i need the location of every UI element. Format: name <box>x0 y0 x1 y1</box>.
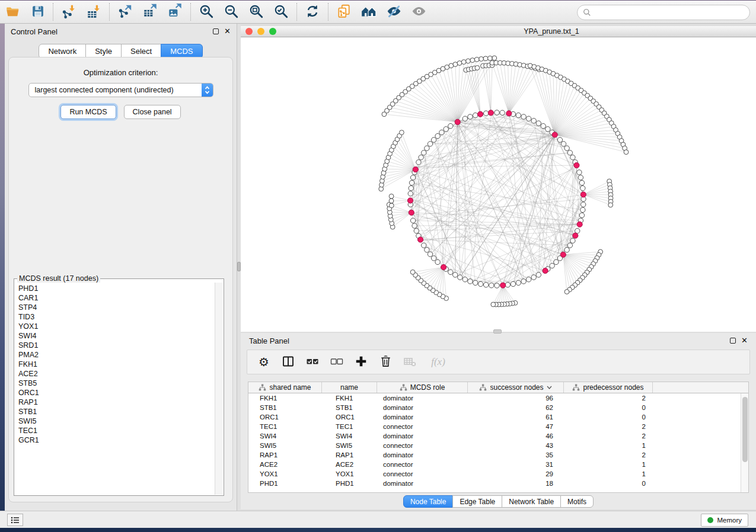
window-maximize-icon[interactable] <box>269 28 276 35</box>
home-layout-button[interactable] <box>358 2 379 21</box>
table-settings-button[interactable]: ⚙ <box>256 354 272 370</box>
tab-edge-table[interactable]: Edge Table <box>452 495 502 508</box>
mcds-result-item[interactable]: RAP1 <box>18 398 215 407</box>
criterion-dropdown[interactable]: largest connected component (undirected) <box>28 83 213 97</box>
close-panel-icon[interactable]: ✕ <box>741 338 748 344</box>
window-minimize-icon[interactable] <box>257 28 264 35</box>
network-window-title: YPA_prune.txt_1 <box>524 27 579 36</box>
eye-icon <box>411 4 427 21</box>
zoom-out-button[interactable] <box>221 2 242 21</box>
mcds-result-title: MCDS result (17 nodes) <box>17 274 100 283</box>
import-network-button[interactable] <box>58 2 79 21</box>
zoom-fit-button[interactable] <box>245 2 267 21</box>
export-table-button[interactable] <box>139 2 161 21</box>
mcds-result-item[interactable]: ORC1 <box>18 388 215 398</box>
toolbar-separator <box>190 3 191 21</box>
table-row[interactable]: STB1 STB1 dominator 62 0 <box>248 403 741 412</box>
table-row[interactable]: TEC1 TEC1 connector 47 2 <box>248 422 741 431</box>
optimization-criterion-label: Optimization criterion: <box>9 68 232 77</box>
column-layout-button[interactable] <box>280 354 296 370</box>
table-row[interactable]: PHD1 PHD1 dominator 18 0 <box>248 479 741 488</box>
delete-column-button[interactable] <box>377 354 394 370</box>
open-file-button[interactable] <box>2 2 23 21</box>
mcds-result-item[interactable]: SWI5 <box>18 416 215 426</box>
zoom-selected-button[interactable] <box>270 2 292 21</box>
mcds-result-item[interactable]: CAR1 <box>18 293 215 303</box>
table-row[interactable]: SWI4 SWI4 dominator 46 2 <box>248 431 741 441</box>
mcds-result-item[interactable]: SRD1 <box>18 341 215 350</box>
list-icon <box>11 517 20 524</box>
table-row[interactable]: FKH1 FKH1 dominator 96 2 <box>248 393 741 403</box>
hide-selected-button[interactable] <box>383 2 404 21</box>
close-panel-button[interactable]: Close panel <box>124 105 181 119</box>
zoom-in-icon <box>199 4 214 21</box>
mcds-list-scrollbar[interactable] <box>215 283 223 495</box>
tab-node-table[interactable]: Node Table <box>403 495 454 508</box>
table-header: shared name name MCDS role successor nod… <box>248 382 748 393</box>
import-table-button[interactable] <box>83 2 104 21</box>
mcds-result-item[interactable]: GCR1 <box>18 435 215 445</box>
column-header-mcds-role[interactable]: MCDS role <box>377 382 468 393</box>
mcds-result-item[interactable]: TEC1 <box>18 426 215 435</box>
duplicate-network-button[interactable] <box>333 2 355 21</box>
window-close-icon[interactable] <box>245 28 253 35</box>
memory-button[interactable]: Memory <box>701 514 748 527</box>
search-input[interactable] <box>591 7 749 18</box>
tab-network-table[interactable]: Network Table <box>502 495 561 508</box>
select-all-button[interactable] <box>304 354 321 370</box>
mcds-result-item[interactable]: SWI4 <box>18 331 215 341</box>
table-row[interactable]: ACE2 ACE2 connector 31 1 <box>248 460 741 469</box>
deselect-all-button[interactable] <box>328 354 345 370</box>
function-builder-button[interactable]: f(x) <box>426 354 451 370</box>
export-network-button[interactable] <box>114 2 136 21</box>
mcds-result-item[interactable]: PMA2 <box>18 350 215 360</box>
zoom-in-button[interactable] <box>196 2 217 21</box>
tab-motifs[interactable]: Motifs <box>560 495 594 508</box>
mcds-result-item[interactable]: STB5 <box>18 379 215 388</box>
toolbar-separator <box>328 3 328 21</box>
network-canvas[interactable] <box>241 37 756 332</box>
export-image-button[interactable] <box>164 2 186 21</box>
mcds-result-item[interactable]: STB1 <box>18 407 215 416</box>
float-panel-icon[interactable] <box>730 338 736 344</box>
mcds-result-item[interactable]: FKH1 <box>18 360 215 369</box>
workspace-region: YPA_prune.txt_1 Table Panel ✕ ⚙ <box>241 24 756 511</box>
status-bar: Memory <box>0 511 756 528</box>
folder-open-icon <box>5 4 20 21</box>
column-header-shared-name[interactable]: shared name <box>248 382 322 393</box>
show-all-button[interactable] <box>408 2 429 21</box>
table-row[interactable]: RAP1 RAP1 dominator 35 2 <box>248 450 741 460</box>
horizontal-splitter-handle[interactable] <box>493 329 502 334</box>
table-row[interactable]: ORC1 ORC1 dominator 61 0 <box>248 412 741 422</box>
memory-status-icon <box>707 517 713 523</box>
add-column-button[interactable] <box>353 354 369 370</box>
refresh-layout-button[interactable] <box>302 2 323 21</box>
mcds-result-item[interactable]: ACE2 <box>18 369 215 379</box>
memory-label: Memory <box>717 517 742 524</box>
run-mcds-button[interactable]: Run MCDS <box>60 105 116 119</box>
table-row[interactable]: SWI5 SWI5 connector 43 1 <box>248 441 741 450</box>
network-view[interactable] <box>241 37 756 332</box>
float-panel-icon[interactable] <box>213 28 219 34</box>
houses-icon <box>361 4 377 21</box>
task-history-button[interactable] <box>7 514 23 526</box>
network-window-titlebar[interactable]: YPA_prune.txt_1 <box>241 26 756 37</box>
table-scrollbar-thumb[interactable] <box>742 397 748 462</box>
mcds-result-item[interactable]: STP4 <box>18 303 215 312</box>
table-row[interactable]: YOX1 YOX1 connector 29 1 <box>248 469 741 479</box>
search-field[interactable] <box>577 5 750 20</box>
mcds-result-item[interactable]: PHD1 <box>18 284 215 293</box>
close-panel-icon[interactable]: ✕ <box>224 28 231 34</box>
column-header-predecessor-nodes[interactable]: predecessor nodes <box>564 382 653 393</box>
mcds-result-item[interactable]: YOX1 <box>18 322 215 331</box>
mcds-result-item[interactable]: TID3 <box>18 312 215 322</box>
delete-table-button[interactable] <box>401 354 418 370</box>
checked-boxes-icon <box>305 354 320 370</box>
delete-table-icon <box>403 354 417 370</box>
save-session-button[interactable] <box>27 2 48 21</box>
mcds-result-list: PHD1CAR1STP4TID3YOX1SWI4SRD1PMA2FKH1ACE2… <box>15 283 215 495</box>
table-scrollbar[interactable] <box>741 393 748 492</box>
shared-column-icon <box>572 384 580 391</box>
column-header-name[interactable]: name <box>322 382 377 393</box>
column-header-successor-nodes[interactable]: successor nodes <box>468 382 564 393</box>
